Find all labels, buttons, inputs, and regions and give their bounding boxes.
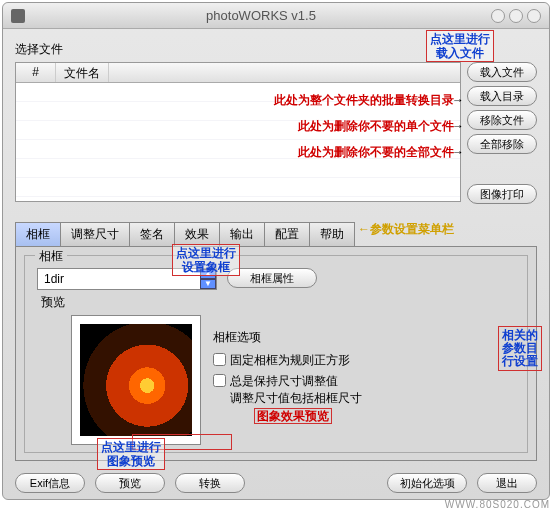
- load-file-button[interactable]: 载入文件: [467, 62, 537, 82]
- frame-dropdown[interactable]: 1dir ▲▼: [37, 268, 217, 290]
- frame-options-label: 相框选项: [213, 329, 521, 346]
- opt-fixed-square[interactable]: 固定相框为规则正方形: [213, 352, 521, 369]
- preview-box: [71, 315, 201, 445]
- tab-help[interactable]: 帮助: [309, 222, 355, 246]
- tab-config[interactable]: 配置: [264, 222, 310, 246]
- callout-batch-dir: 此处为整个文件夹的批量转换目录: [274, 93, 454, 107]
- load-dir-button[interactable]: 载入目录: [467, 86, 537, 106]
- col-number[interactable]: #: [16, 63, 56, 82]
- tab-effect[interactable]: 效果: [174, 222, 220, 246]
- side-buttons: 载入文件 载入目录 移除文件 全部移除 图像打印: [467, 62, 537, 204]
- checkbox-keep[interactable]: [213, 374, 226, 387]
- init-button[interactable]: 初始化选项: [387, 473, 467, 493]
- tab-frame[interactable]: 相框: [15, 222, 61, 246]
- stepper-icon[interactable]: ▲▼: [200, 269, 216, 289]
- exit-button[interactable]: 退出: [477, 473, 537, 493]
- minimize-button[interactable]: [491, 9, 505, 23]
- frame-groupbox: 相框 1dir ▲▼ 相框属性 预览 相框选项 固定: [24, 255, 528, 453]
- titlebar: photoWORKS v1.5: [3, 3, 549, 29]
- tab-output[interactable]: 输出: [219, 222, 265, 246]
- preview-label: 预览: [41, 294, 521, 311]
- exif-button[interactable]: Exif信息: [15, 473, 85, 493]
- frame-attr-button[interactable]: 相框属性: [227, 268, 317, 288]
- tab-panel-frame: 相框 1dir ▲▼ 相框属性 预览 相框选项 固定: [15, 247, 537, 461]
- frame-options-area: 相框选项 固定相框为规则正方形 总是保持尺寸调整值 调整尺寸值包括相框尺寸: [213, 315, 521, 445]
- frame-dropdown-value: 1dir: [38, 272, 200, 286]
- file-list: # 文件名 此处为整个文件夹的批量转换目录 → 此处为删除你不要的单个文件 → …: [15, 62, 461, 202]
- convert-button[interactable]: 转换: [175, 473, 245, 493]
- watermark: WWW.80S020.COM: [445, 499, 550, 510]
- app-icon: [11, 9, 25, 23]
- callout-right-opts: 相关的 参数目 行设置: [498, 326, 542, 371]
- opt-keep-size[interactable]: 总是保持尺寸调整值 调整尺寸值包括相框尺寸: [213, 373, 521, 407]
- checkbox-fixed[interactable]: [213, 353, 226, 366]
- select-file-label: 选择文件: [15, 41, 537, 58]
- callout-remove-one: 此处为删除你不要的单个文件: [298, 119, 454, 133]
- tab-bar: 相框 调整尺寸 签名 效果 输出 配置 帮助 ←参数设置菜单栏: [15, 222, 537, 247]
- file-list-header: # 文件名: [16, 63, 460, 83]
- col-filename[interactable]: 文件名: [56, 63, 109, 82]
- remove-all-button[interactable]: 全部移除: [467, 134, 537, 154]
- callout-tab-note: ←参数设置菜单栏: [358, 222, 454, 246]
- file-list-body[interactable]: 此处为整个文件夹的批量转换目录 → 此处为删除你不要的单个文件 → 此处为删除你…: [16, 83, 460, 201]
- frame-group-label: 相框: [35, 248, 67, 265]
- callout-remove-all: 此处为删除你不要的全部文件: [298, 145, 454, 159]
- print-button[interactable]: 图像打印: [467, 184, 537, 204]
- app-window: photoWORKS v1.5 选择文件 # 文件名 此处为整个文件夹的批量转换…: [2, 2, 550, 500]
- close-button[interactable]: [527, 9, 541, 23]
- remove-file-button[interactable]: 移除文件: [467, 110, 537, 130]
- preview-button[interactable]: 预览: [95, 473, 165, 493]
- maximize-button[interactable]: [509, 9, 523, 23]
- bottom-bar: Exif信息 预览 转换 初始化选项 退出: [15, 473, 537, 493]
- preview-image: [80, 324, 192, 436]
- tab-resize[interactable]: 调整尺寸: [60, 222, 130, 246]
- window-title: photoWORKS v1.5: [31, 8, 491, 23]
- tab-sign[interactable]: 签名: [129, 222, 175, 246]
